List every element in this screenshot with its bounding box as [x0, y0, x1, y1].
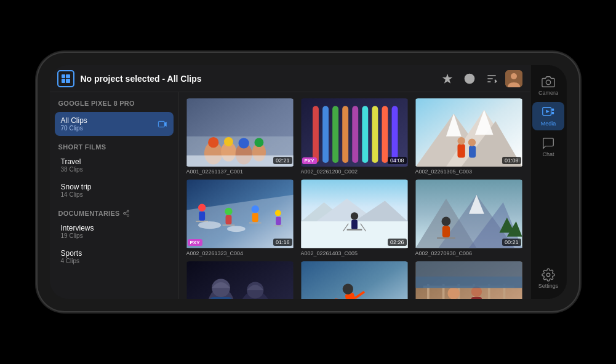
svg-point-39 — [468, 139, 475, 146]
svg-rect-27 — [372, 106, 378, 163]
list-item[interactable]: 00:19 A002_02280720_C008 — [300, 261, 409, 299]
documentaries-section: Documentaries — [55, 204, 174, 220]
svg-point-17 — [238, 138, 249, 148]
clip-name: A002_02261323_C004 — [185, 248, 295, 256]
svg-marker-109 — [546, 109, 550, 113]
sidebar-item-sports[interactable]: Sports 4 Clips — [55, 245, 174, 269]
clip-thumbnail: 02:21 — [185, 98, 295, 167]
phone-bezel: No project selected - All Clips — [38, 53, 579, 311]
svg-point-16 — [224, 137, 233, 146]
sports-count: 4 Clips — [61, 258, 82, 264]
svg-rect-23 — [332, 106, 338, 163]
list-item[interactable]: PXY 01:07 A002_02271500_C007 — [185, 261, 295, 299]
svg-rect-62 — [351, 220, 358, 230]
share-icon — [122, 210, 130, 217]
camera-icon — [542, 75, 555, 89]
svg-rect-111 — [552, 112, 554, 114]
svg-rect-52 — [276, 217, 281, 226]
svg-rect-49 — [252, 213, 258, 223]
all-clips-label: All Clips — [61, 116, 87, 125]
svg-point-101 — [447, 287, 460, 299]
sidebar-item-travel[interactable]: Travel 38 Clips — [55, 153, 174, 177]
svg-point-4 — [127, 210, 129, 212]
clip-duration: 04:08 — [388, 157, 407, 164]
video-icon — [158, 119, 167, 129]
sidebar-item-all-clips[interactable]: All Clips 70 Clips — [55, 112, 174, 136]
clip-thumbnail: PXY 01:07 — [185, 261, 295, 299]
device-name: Google Pixel 8 Pro — [55, 100, 174, 112]
snow-trip-count: 14 Clips — [61, 191, 92, 198]
avatar[interactable] — [505, 70, 522, 87]
clip-thumbnail: PXY 04:08 — [300, 98, 409, 167]
sidebar-item-snow-trip[interactable]: Snow trip 14 Clips — [55, 178, 174, 202]
sort-button[interactable] — [483, 70, 500, 87]
travel-label: Travel — [61, 157, 83, 166]
svg-point-80 — [247, 282, 263, 298]
sidebar-item-media[interactable]: Media — [532, 102, 564, 130]
clip-thumbnail: 03:02 — [414, 261, 524, 299]
svg-point-18 — [254, 138, 263, 147]
svg-rect-46 — [225, 215, 231, 224]
chat-icon — [542, 136, 555, 150]
filter-icon — [463, 73, 476, 85]
short-films-title: Short Films — [58, 143, 106, 151]
layout-toggle-button[interactable] — [57, 70, 74, 87]
all-clips-count: 70 Clips — [61, 125, 87, 132]
list-item[interactable]: 02:21 A001_02261137_C001 — [185, 98, 295, 175]
svg-rect-3 — [158, 121, 164, 127]
sidebar-item-interviews[interactable]: Interviews 19 Clips — [55, 220, 174, 243]
clip-duration: 01:16 — [273, 239, 292, 246]
main-content: No project selected - All Clips — [50, 65, 530, 299]
svg-rect-38 — [469, 146, 476, 158]
list-item[interactable]: PXY 01:16 A002_02261323_C004 — [185, 180, 295, 256]
clip-name: A001_02261137_C001 — [185, 167, 295, 175]
svg-rect-72 — [442, 226, 449, 238]
clip-image — [414, 180, 524, 248]
clip-duration: 02:21 — [273, 157, 292, 164]
svg-point-54 — [198, 221, 221, 229]
clip-thumbnail: 01:08 — [414, 98, 524, 167]
star-icon — [441, 73, 454, 85]
clip-image — [300, 180, 409, 248]
media-icon — [542, 106, 555, 119]
list-item[interactable]: 02:26 A002_02261403_C005 — [300, 180, 409, 256]
clip-badge: PXY — [302, 157, 317, 164]
svg-rect-25 — [352, 106, 358, 163]
all-clips-text: All Clips 70 Clips — [61, 116, 87, 132]
svg-rect-26 — [362, 106, 368, 163]
svg-point-2 — [511, 73, 517, 79]
clip-badge: PXY — [188, 239, 202, 246]
svg-rect-43 — [199, 212, 205, 221]
svg-point-107 — [546, 80, 550, 84]
svg-rect-36 — [457, 144, 465, 157]
svg-point-61 — [350, 212, 358, 220]
list-item[interactable]: 03:02 A003_01310725_C002 — [414, 261, 524, 299]
svg-line-8 — [125, 212, 127, 213]
list-item[interactable]: 01:08 A002_02261305_C003 — [414, 98, 524, 175]
filter-button[interactable] — [461, 70, 478, 87]
topbar-icons — [439, 70, 522, 87]
media-label: Media — [541, 121, 556, 127]
sidebar-item-camera[interactable]: Camera — [532, 71, 564, 100]
svg-point-6 — [127, 215, 129, 216]
sports-label: Sports — [61, 249, 82, 258]
interviews-count: 19 Clips — [61, 232, 94, 239]
clip-duration: 02:26 — [388, 239, 407, 246]
sidebar-item-chat[interactable]: Chat — [532, 133, 564, 161]
list-item[interactable]: PXY 04:08 A002_02261200_C002 — [300, 98, 409, 175]
travel-text: Travel 38 Clips — [61, 157, 83, 173]
list-item[interactable]: 00:21 A002_02270930_C006 — [414, 180, 524, 256]
svg-rect-29 — [391, 106, 398, 163]
ai-button[interactable] — [439, 70, 456, 87]
phone-screen: No project selected - All Clips — [50, 65, 567, 299]
svg-rect-21 — [313, 106, 319, 163]
svg-rect-110 — [552, 109, 554, 111]
settings-label: Settings — [538, 283, 559, 289]
svg-point-48 — [251, 205, 258, 213]
clip-image — [185, 180, 295, 248]
sidebar-item-settings[interactable]: Settings — [532, 264, 564, 293]
left-sidebar: Google Pixel 8 Pro All Clips 70 Clips — [50, 92, 179, 299]
avatar-image — [505, 70, 522, 87]
clip-duration: 01:08 — [502, 157, 521, 164]
clip-image — [414, 261, 524, 299]
